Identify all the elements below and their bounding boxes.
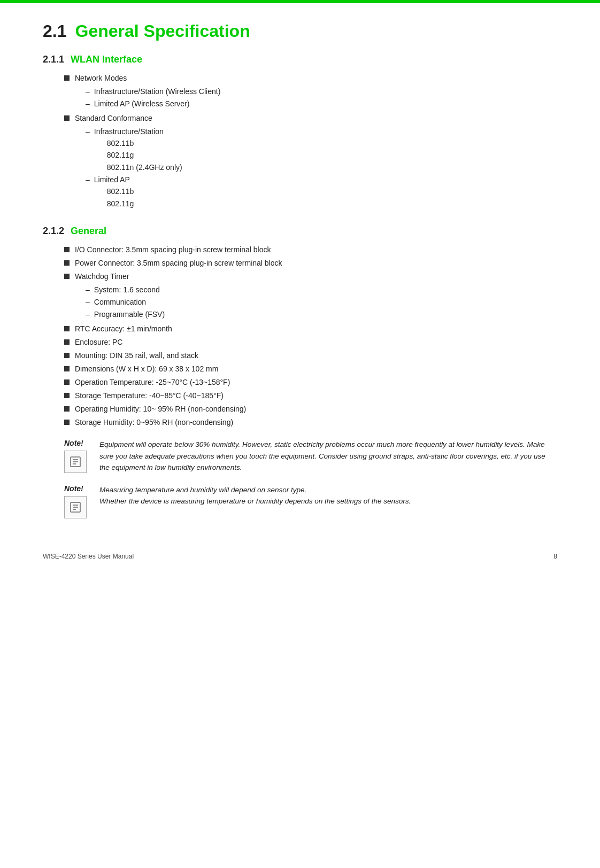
page-footer: WISE-4220 Series User Manual 8 bbox=[43, 553, 557, 560]
list-item: Storage Humidity: 0~95% RH (non-condensi… bbox=[64, 417, 557, 428]
list-item: 802.11n (2.4GHz only) bbox=[107, 161, 182, 173]
list-item: Power Connector: 3.5mm spacing plug-in s… bbox=[64, 258, 557, 269]
bullet-text-enclosure: Enclosure: PC bbox=[75, 337, 557, 348]
dash-icon: – bbox=[86, 126, 90, 137]
sub-item-limited-ap: Limited AP (Wireless Server) bbox=[94, 98, 190, 110]
list-item: Standard Conformance – Infrastructure/St… bbox=[64, 113, 557, 211]
note-label-2: Note! bbox=[64, 484, 91, 493]
std-conformance-sub-list: – Infrastructure/Station 802.11b 802.11g… bbox=[75, 126, 557, 210]
list-item: Operating Humidity: 10~ 95% RH (non-cond… bbox=[64, 404, 557, 415]
list-item: – Infrastructure/Station (Wireless Clien… bbox=[86, 86, 557, 97]
bullet-icon bbox=[64, 366, 70, 371]
dash-icon: – bbox=[86, 284, 90, 296]
subsection-general: 2.1.2 General I/O Connector: 3.5mm spaci… bbox=[43, 226, 557, 518]
limited-ap-sub-list: 802.11b 802.11g bbox=[94, 185, 134, 210]
bullet-icon bbox=[64, 247, 70, 252]
subsection-wlan-heading: WLAN Interface bbox=[71, 54, 142, 65]
wlan-bullet-list: Network Modes – Infrastructure/Station (… bbox=[43, 73, 557, 211]
bullet-text-power: Power Connector: 3.5mm spacing plug-in s… bbox=[75, 258, 557, 269]
bullet-icon bbox=[64, 260, 70, 266]
top-border bbox=[0, 0, 600, 3]
footer-left: WISE-4220 Series User Manual bbox=[43, 553, 134, 560]
list-item: – Limited AP 802.11b 802.11g bbox=[86, 174, 557, 210]
note-icon-1 bbox=[64, 451, 87, 473]
bullet-text-dimensions: Dimensions (W x H x D): 69 x 38 x 102 mm bbox=[75, 363, 557, 375]
bullet-icon bbox=[64, 75, 70, 81]
subsection-wlan: 2.1.1 WLAN Interface Network Modes – Inf… bbox=[43, 54, 557, 211]
infra-station-sub-list: 802.11b 802.11g 802.11n (2.4GHz only) bbox=[94, 137, 182, 173]
bullet-icon bbox=[64, 393, 70, 398]
dash-icon: – bbox=[86, 98, 90, 110]
list-item: Storage Temperature: -40~85°C (-40~185°F… bbox=[64, 390, 557, 401]
bullet-text-io: I/O Connector: 3.5mm spacing plug-in scr… bbox=[75, 244, 557, 255]
subsection-general-number: 2.1.2 bbox=[43, 226, 64, 237]
bullet-text-watchdog: Watchdog Timer bbox=[75, 272, 129, 281]
bullet-icon bbox=[64, 339, 70, 345]
dash-icon: – bbox=[86, 297, 90, 308]
section-number: 2.1 bbox=[43, 21, 66, 41]
note-icon-2 bbox=[64, 496, 87, 518]
subsection-wlan-number: 2.1.1 bbox=[43, 54, 64, 65]
list-item: I/O Connector: 3.5mm spacing plug-in scr… bbox=[64, 244, 557, 255]
list-item: – Limited AP (Wireless Server) bbox=[86, 98, 557, 110]
list-item: Enclosure: PC bbox=[64, 337, 557, 348]
main-section-title: 2.1 General Specification bbox=[43, 21, 557, 41]
sub-item-infra-station: Infrastructure/Station bbox=[94, 127, 164, 136]
bullet-text-std-conformance: Standard Conformance bbox=[75, 114, 152, 122]
bullet-text-op-humidity: Operating Humidity: 10~ 95% RH (non-cond… bbox=[75, 404, 557, 415]
bullet-icon bbox=[64, 420, 70, 425]
list-item: Network Modes – Infrastructure/Station (… bbox=[64, 73, 557, 111]
bullet-text-storage-humidity: Storage Humidity: 0~95% RH (non-condensi… bbox=[75, 417, 557, 428]
bullet-icon bbox=[64, 326, 70, 331]
bullet-icon bbox=[64, 379, 70, 385]
list-item: 802.11g bbox=[107, 149, 182, 161]
note-block-2: Note! Measuring temperature and humidity… bbox=[64, 484, 557, 518]
bullet-text-rtc: RTC Accuracy: ±1 min/month bbox=[75, 323, 557, 335]
list-item: Dimensions (W x H x D): 69 x 38 x 102 mm bbox=[64, 363, 557, 375]
sub-item-infrastructure: Infrastructure/Station (Wireless Client) bbox=[94, 86, 221, 97]
bullet-text-storage-temp: Storage Temperature: -40~85°C (-40~185°F… bbox=[75, 390, 557, 401]
bullet-icon bbox=[64, 274, 70, 279]
sub-item-limited-ap2: Limited AP bbox=[94, 175, 130, 184]
list-item: RTC Accuracy: ±1 min/month bbox=[64, 323, 557, 335]
list-item: – System: 1.6 second bbox=[86, 284, 557, 296]
list-item: – Infrastructure/Station 802.11b 802.11g… bbox=[86, 126, 557, 173]
subsection-wlan-title: 2.1.1 WLAN Interface bbox=[43, 54, 557, 65]
list-item: Watchdog Timer – System: 1.6 second – Co… bbox=[64, 271, 557, 321]
page: 2.1 General Specification 2.1.1 WLAN Int… bbox=[0, 0, 600, 576]
list-item: – Communication bbox=[86, 297, 557, 308]
dash-icon: – bbox=[86, 309, 90, 320]
note-block-1: Note! Equipment will operate below 30% h… bbox=[64, 439, 557, 474]
list-item: 802.11g bbox=[107, 198, 134, 210]
bullet-icon bbox=[64, 115, 70, 121]
list-item: 802.11b bbox=[107, 185, 134, 197]
subsection-general-title: 2.1.2 General bbox=[43, 226, 557, 237]
network-modes-sub-list: – Infrastructure/Station (Wireless Clien… bbox=[75, 86, 557, 110]
list-item: Operation Temperature: -25~70°C (-13~158… bbox=[64, 377, 557, 388]
bullet-icon bbox=[64, 353, 70, 358]
dash-icon: – bbox=[86, 174, 90, 185]
list-item: 802.11b bbox=[107, 137, 182, 149]
list-item: Mounting: DIN 35 rail, wall, and stack bbox=[64, 350, 557, 361]
subsection-general-heading: General bbox=[71, 226, 106, 237]
section-heading: General Specification bbox=[75, 21, 250, 41]
general-bullet-list: I/O Connector: 3.5mm spacing plug-in scr… bbox=[43, 244, 557, 428]
note-text-1: Equipment will operate below 30% humidit… bbox=[99, 439, 557, 474]
note-label-1: Note! bbox=[64, 439, 91, 447]
watchdog-sub-list: – System: 1.6 second – Communication – P… bbox=[75, 284, 557, 320]
bullet-text-network-modes: Network Modes bbox=[75, 74, 127, 82]
dash-icon: – bbox=[86, 86, 90, 97]
list-item: – Programmable (FSV) bbox=[86, 309, 557, 320]
note-text-2: Measuring temperature and humidity will … bbox=[99, 484, 557, 507]
bullet-icon bbox=[64, 406, 70, 412]
bullet-text-op-temp: Operation Temperature: -25~70°C (-13~158… bbox=[75, 377, 557, 388]
bullet-text-mounting: Mounting: DIN 35 rail, wall, and stack bbox=[75, 350, 557, 361]
footer-right: 8 bbox=[553, 553, 557, 560]
